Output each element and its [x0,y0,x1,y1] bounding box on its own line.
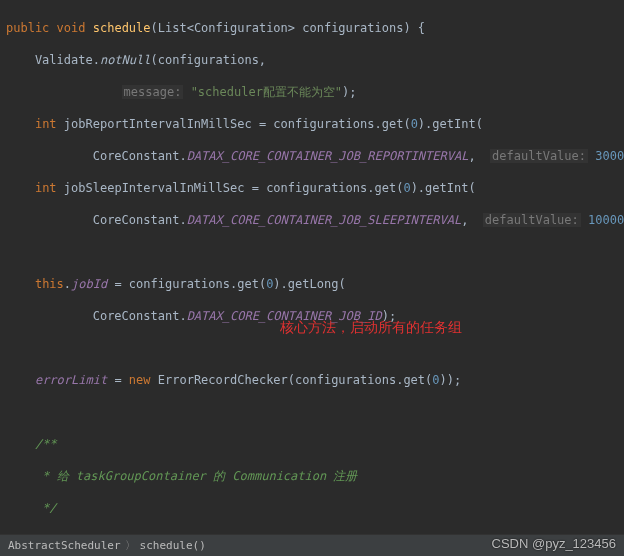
doc-comment-line: */ [6,500,618,516]
code-line: CoreConstant.DATAX_CORE_CONTAINER_JOB_SL… [6,212,618,228]
code-line: public void schedule(List<Configuration>… [6,20,618,36]
code-line: int jobReportIntervalInMillSec = configu… [6,116,618,132]
code-line: CoreConstant.DATAX_CORE_CONTAINER_JOB_RE… [6,148,618,164]
annotation-text: 核心方法，启动所有的任务组 [280,320,462,336]
code-line: Validate.notNull(configurations, [6,52,618,68]
blank-line [6,244,618,260]
code-line: this.jobId = configurations.get(0).getLo… [6,276,618,292]
breadcrumb-class[interactable]: AbstractScheduler [8,539,121,552]
chevron-right-icon: 〉 [125,538,136,553]
doc-comment-line: * 给 taskGroupContainer 的 Communication 注… [6,468,618,484]
breadcrumb-method[interactable]: schedule() [140,539,206,552]
code-editor[interactable]: public void schedule(List<Configuration>… [0,0,624,556]
blank-line [6,340,618,356]
watermark: CSDN @pyz_123456 [492,536,616,551]
code-line: message: "scheduler配置不能为空"); [6,84,618,100]
code-line: int jobSleepIntervalInMillSec = configur… [6,180,618,196]
code-line: errorLimit = new ErrorRecordChecker(conf… [6,372,618,388]
blank-line [6,404,618,420]
doc-comment-line: /** [6,436,618,452]
